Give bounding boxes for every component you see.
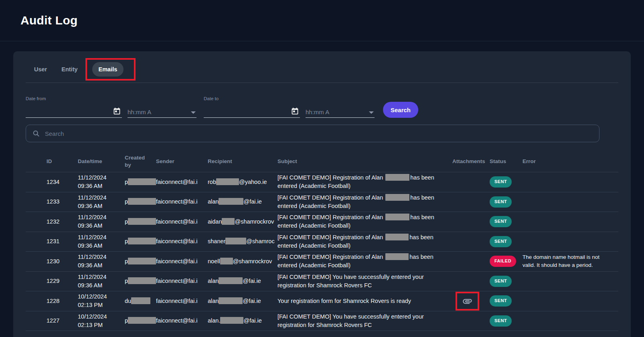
created-by-redaction-box bbox=[128, 258, 156, 264]
column-header-attachments: Attachments bbox=[452, 158, 490, 165]
attachment-button[interactable] bbox=[462, 296, 473, 307]
search-button[interactable]: Search bbox=[383, 102, 418, 118]
row-status-cell: SENT bbox=[490, 295, 522, 307]
created-by-visible: p bbox=[125, 258, 128, 264]
recipient-prefix: aidan bbox=[208, 218, 222, 225]
created-by-visible: p bbox=[125, 179, 128, 185]
row-recipient-cell: noell@shamrockrov bbox=[208, 257, 277, 266]
recipient-redaction-box bbox=[225, 238, 246, 244]
email-subject: [FAI COMET DEMO] Registration of Alan bbox=[277, 254, 383, 260]
row-attachments-cell bbox=[452, 292, 490, 311]
row-recipient-cell: alan@fai.ie bbox=[208, 297, 277, 305]
top-header-bar: Audit Log bbox=[0, 0, 644, 41]
row-recipient-cell: shaner@shamroc bbox=[208, 237, 277, 246]
date-from-label: Date from bbox=[26, 96, 122, 101]
tab-emails[interactable]: Emails bbox=[92, 62, 124, 77]
email-subject: Your registration form for Shamrock Rove… bbox=[277, 298, 411, 304]
row-status-cell: FAILED bbox=[490, 256, 522, 267]
date-from-field: Date from bbox=[26, 96, 122, 118]
emails-table: ID Date/time Created by Sender Recipient… bbox=[26, 151, 618, 331]
table-search-box bbox=[26, 125, 599, 142]
row-created-by-cell: du bbox=[125, 297, 156, 305]
row-date: 11/12/2024 bbox=[78, 194, 120, 202]
time-to-input[interactable] bbox=[306, 109, 368, 115]
recipient-suffix: @fai.ie bbox=[243, 298, 261, 304]
column-header-status: Status bbox=[490, 158, 522, 165]
row-id: 1234 bbox=[47, 179, 59, 185]
row-time: 02:13 PM bbox=[78, 301, 120, 309]
row-id-cell: 1227 bbox=[47, 317, 78, 325]
email-subject: [FAI COMET DEMO] You have successfully e… bbox=[277, 313, 424, 328]
row-datetime-cell: 11/12/202409:36 AM bbox=[78, 253, 125, 270]
created-by-redaction-box bbox=[128, 277, 156, 284]
row-sender-cell: faiconnect@fai.i bbox=[156, 277, 208, 285]
row-id: 1231 bbox=[47, 238, 59, 244]
row-subject-cell: [FAI COMET DEMO] You have successfully e… bbox=[277, 273, 452, 290]
email-subject: [FAI COMET DEMO] Registration of Alan bbox=[277, 214, 383, 220]
calendar-icon[interactable] bbox=[112, 107, 122, 115]
row-date: 11/12/2024 bbox=[78, 174, 120, 182]
row-time: 09:36 AM bbox=[78, 202, 120, 210]
row-datetime-cell: 11/12/202409:36 AM bbox=[78, 213, 125, 230]
column-header-created-by: Created by bbox=[125, 154, 156, 169]
date-to-input[interactable] bbox=[204, 109, 290, 115]
recipient-prefix: alan bbox=[208, 278, 219, 284]
tabs-divider bbox=[26, 83, 618, 83]
row-datetime-cell: 11/12/202409:36 AM bbox=[78, 194, 125, 210]
table-search-input[interactable] bbox=[45, 130, 593, 137]
time-from-input[interactable] bbox=[128, 109, 190, 115]
row-id-cell: 1233 bbox=[47, 198, 78, 206]
created-by-visible: p bbox=[125, 198, 128, 205]
status-badge: FAILED bbox=[490, 256, 516, 267]
table-row: 122710/12/202402:13 PMpfaiconnect@fai.ia… bbox=[26, 311, 618, 331]
table-header-row: ID Date/time Created by Sender Recipient… bbox=[26, 151, 618, 172]
row-created-by-cell: p bbox=[125, 237, 156, 246]
chevron-down-icon[interactable] bbox=[368, 111, 375, 115]
column-header-recipient: Recipient bbox=[208, 158, 277, 165]
row-status-cell: SENT bbox=[490, 276, 522, 287]
status-badge: SENT bbox=[490, 176, 512, 188]
recipient-suffix: @fai.ie bbox=[243, 198, 261, 205]
chevron-down-icon[interactable] bbox=[190, 111, 196, 115]
table-row: 123211/12/202409:36 AMpfaiconnect@fai.ia… bbox=[26, 212, 618, 232]
recipient-redaction-box bbox=[216, 178, 239, 185]
row-recipient-cell: alan@fai.ie bbox=[208, 277, 277, 285]
recipient-suffix: @yahoo.ie bbox=[239, 179, 267, 185]
recipient-redaction-box bbox=[219, 198, 243, 205]
date-from-input[interactable] bbox=[26, 109, 112, 115]
calendar-icon[interactable] bbox=[290, 107, 300, 115]
status-badge: SENT bbox=[490, 276, 512, 287]
row-sender-cell: faiconnect@fai.i bbox=[156, 218, 208, 226]
tab-user[interactable]: User bbox=[34, 62, 47, 77]
created-by-visible: du bbox=[125, 298, 131, 304]
row-sender-cell: faiconnect@fai.i bbox=[156, 178, 208, 186]
row-created-by-cell: p bbox=[125, 277, 156, 285]
recipient-suffix: @shamrockrov bbox=[235, 218, 274, 225]
sender-email: faiconnect@fai.i bbox=[156, 238, 197, 244]
row-date: 11/12/2024 bbox=[78, 273, 120, 281]
row-recipient-cell: alan.@fai.ie bbox=[208, 317, 277, 325]
row-datetime-cell: 11/12/202409:36 AM bbox=[78, 174, 125, 190]
table-row: 122810/12/202402:13 PMdufaiconnect@fai.i… bbox=[26, 291, 618, 311]
row-id: 1233 bbox=[47, 198, 59, 205]
row-time: 09:36 AM bbox=[78, 182, 120, 190]
error-message: The domain name hotmail is not valid. It… bbox=[522, 254, 599, 268]
annotation-box-attachment bbox=[456, 292, 479, 311]
email-subject: [FAI COMET DEMO] You have successfully e… bbox=[277, 274, 424, 289]
date-to-field: Date to bbox=[204, 96, 300, 118]
email-subject: [FAI COMET DEMO] Registration of Alan bbox=[277, 234, 383, 240]
time-to-field bbox=[306, 106, 375, 118]
row-date: 10/12/2024 bbox=[78, 293, 120, 301]
row-subject-cell: [FAI COMET DEMO] Registration of Alanhas… bbox=[277, 233, 452, 250]
recipient-suffix: @shamroc bbox=[246, 238, 274, 244]
row-time: 09:36 AM bbox=[78, 222, 120, 230]
row-id-cell: 1232 bbox=[47, 218, 78, 226]
row-created-by-cell: p bbox=[125, 218, 156, 226]
created-by-visible: p bbox=[125, 317, 128, 324]
row-sender-cell: faiconnect@fai.i bbox=[156, 237, 208, 246]
row-id: 1232 bbox=[47, 218, 59, 225]
recipient-suffix: @fai.ie bbox=[243, 278, 261, 284]
row-id: 1227 bbox=[47, 317, 59, 324]
tab-entity[interactable]: Entity bbox=[61, 62, 77, 77]
status-badge: SENT bbox=[490, 236, 512, 247]
